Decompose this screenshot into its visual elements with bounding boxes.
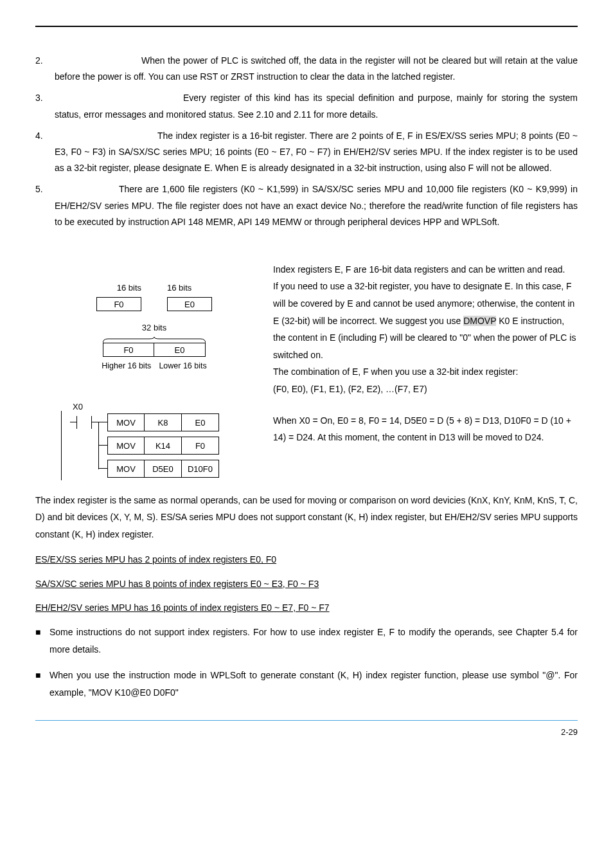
item-number: 5. [35,181,55,230]
item-number: 4. [35,128,55,177]
ladder-diagram: X0 MOVK8E0MOVK14F0MOVD5E0D10F0 [61,411,273,480]
top-rule [35,26,578,27]
underline-1: ES/EX/SS series MPU has 2 points of inde… [35,552,578,568]
item-number: 2. [35,53,55,85]
bits-box-e0: E0 [167,297,212,311]
instruction-cell: MOV [107,413,145,431]
normally-open-contact-icon [70,411,98,434]
instruction-cell: MOV [107,460,145,478]
square-bullet-icon: ■ [35,667,49,701]
instruction-cell: MOV [107,437,145,455]
brace-icon [103,337,206,342]
bits-description: Index registers E, F are 16-bit data reg… [273,261,578,398]
instruction-cell: D10F0 [182,460,219,478]
underline-3: EH/EH2/SV series MPU has 16 points of in… [35,600,578,616]
instruction-cell: D5E0 [145,460,182,478]
label-higher-16: Higher 16 bits [102,359,151,374]
instruction-cell: E0 [182,413,219,431]
item-number: 3. [35,90,55,122]
instruction-cell: K14 [145,437,182,455]
side1-p3: The combination of E, F when you use a 3… [273,363,578,381]
instruction-cell: K8 [145,413,182,431]
numbered-item: 2.When the power of PLC is switched off,… [35,53,578,85]
item-body: The index register is a 16-bit register.… [55,128,578,177]
bits-diagram: 16 bits 16 bits F0 E0 32 bits F0 E0 High… [80,280,228,373]
numbered-list: 2.When the power of PLC is switched off,… [35,53,578,230]
bottom-rule [35,720,578,721]
item-body: When the power of PLC is switched off, t… [55,53,578,85]
numbered-item: 5.There are 1,600 file registers (K0 ~ K… [35,181,578,230]
underline-2: SA/SX/SC series MPU has 8 points of inde… [35,576,578,592]
instruction-cell: F0 [182,437,219,455]
bullet-item: ■When you use the instruction mode in WP… [35,667,578,701]
label-16bits-a: 16 bits [117,280,141,295]
branch [98,457,107,480]
bits-box-f0: F0 [96,297,141,311]
ladder-description: When X0 = On, E0 = 8, F0 = 14, D5E0 = D … [273,411,578,446]
ladder-row: MOVK14F0 [61,434,273,457]
bits-diagram-block: 16 bits 16 bits F0 E0 32 bits F0 E0 High… [35,261,578,398]
bullet-text: Some instructions do not support index r… [49,624,578,658]
ladder-row: MOVK8E0 [61,411,273,434]
side1-p2: If you need to use a 32-bit register, yo… [273,278,578,363]
highlight-dmovp: DMOVP [463,316,496,326]
numbered-item: 4.The index register is a 16-bit registe… [35,128,578,177]
square-bullet-icon: ■ [35,624,49,658]
instruction-boxes: MOVD5E0D10F0 [107,460,219,478]
label-32bits: 32 bits [80,320,228,335]
label-16bits-b: 16 bits [167,280,191,295]
item-body: There are 1,600 file registers (K0 ~ K1,… [55,181,578,230]
para-index-register: The index register is the same as normal… [35,492,578,543]
instruction-boxes: MOVK8E0 [107,413,219,431]
numbered-item: 3.Every register of this kind has its sp… [35,90,578,122]
ladder-row: MOVD5E0D10F0 [61,457,273,480]
joined-e0: E0 [154,343,206,357]
branch [98,411,107,434]
instruction-boxes: MOVK14F0 [107,437,219,455]
branch [98,434,107,457]
joined-f0: F0 [103,343,154,357]
side1-p4: (F0, E0), (F1, E1), (F2, E2), …(F7, E7) [273,381,578,398]
bullet-text: When you use the instruction mode in WPL… [49,667,578,701]
item-body: Every register of this kind has its spec… [55,90,578,122]
bullet-item: ■Some instructions do not support index … [35,624,578,658]
label-lower-16: Lower 16 bits [159,359,206,374]
side1-p1: Index registers E, F are 16-bit data reg… [273,261,578,278]
ladder-block: X0 MOVK8E0MOVK14F0MOVD5E0D10F0 When X0 =… [35,411,578,480]
page-number: 2-29 [35,725,578,739]
